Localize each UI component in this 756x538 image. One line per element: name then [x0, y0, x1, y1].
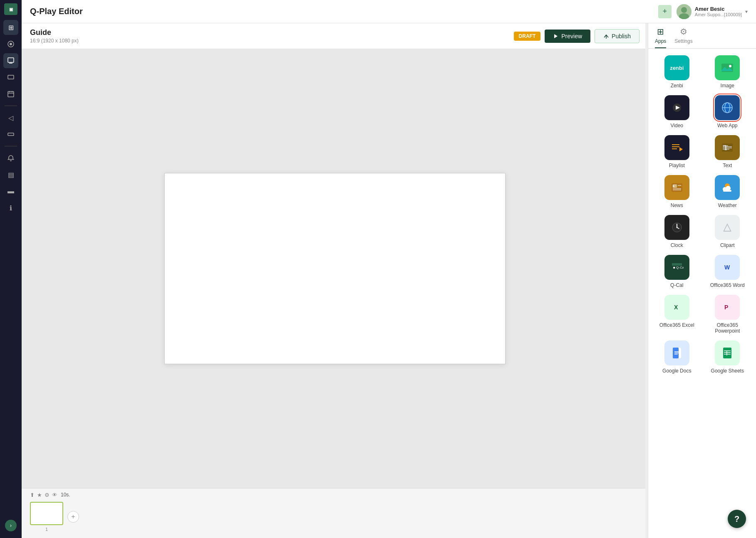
app-item-office365-powerpoint[interactable]: P Office365 Powerpoint	[706, 295, 750, 334]
app-item-clipart[interactable]: Clipart	[706, 215, 750, 248]
svg-rect-63	[674, 351, 679, 352]
svg-rect-65	[674, 354, 678, 355]
app-icon-news: NEWS	[664, 175, 689, 200]
timeline-icon-settings: ⚙	[45, 492, 50, 500]
svg-point-16	[729, 65, 731, 67]
svg-text:P: P	[724, 304, 728, 311]
app-label-qcal: Q-Cal	[670, 282, 683, 288]
app-icon-zenbi: zenbi	[664, 55, 689, 80]
app-label-weather: Weather	[718, 202, 737, 208]
add-button[interactable]: +	[658, 5, 672, 18]
preview-button[interactable]: Preview	[545, 30, 590, 43]
app-label-playlist: Playlist	[669, 163, 685, 168]
app-label-office365-powerpoint: Office365 Powerpoint	[706, 322, 750, 334]
main-content: Q-Play Editor + Amer Besic Amer Suppo...…	[22, 0, 756, 538]
app-item-playlist[interactable]: Playlist	[655, 135, 699, 168]
svg-rect-2	[8, 58, 14, 62]
app-item-google-docs[interactable]: Google Docs	[655, 341, 699, 374]
sidebar-item-dashboard[interactable]: ⊞	[3, 20, 18, 35]
tab-settings-label: Settings	[674, 38, 692, 44]
tab-settings[interactable]: ⚙ Settings	[674, 27, 692, 48]
svg-point-47	[676, 227, 677, 228]
sidebar-item-bell[interactable]	[3, 151, 18, 165]
sidebar-item-media[interactable]	[3, 37, 18, 52]
sidebar-item-schedule[interactable]	[3, 86, 18, 101]
topbar: Q-Play Editor + Amer Besic Amer Suppo...…	[22, 0, 756, 23]
right-panel: ⊞ Apps ⚙ Settings zenbi Zenbi	[648, 23, 756, 538]
app-label-google-sheets: Google Sheets	[711, 368, 744, 374]
app-item-video[interactable]: Video	[655, 95, 699, 128]
svg-rect-29	[723, 145, 726, 146]
svg-rect-23	[672, 144, 679, 145]
sidebar-item-display[interactable]	[3, 70, 18, 85]
app-item-weather[interactable]: Weather	[706, 175, 750, 208]
app-title: Q-Play Editor	[30, 7, 83, 16]
sidebar-expand-button[interactable]: ›	[5, 520, 17, 531]
app-label-text: Text	[723, 163, 732, 168]
timeline-icon-eye: 👁	[52, 492, 57, 500]
app-item-news[interactable]: NEWS News	[655, 175, 699, 208]
app-icon-qcal: ■ Q-Cal	[664, 255, 689, 280]
app-item-text[interactable]: T Text	[706, 135, 750, 168]
app-item-zenbi[interactable]: zenbi Zenbi	[655, 55, 699, 89]
editor-header-top: Guide 16:9 (1920 x 1080 px) DRAFT Previe…	[30, 28, 640, 44]
settings-gear-icon: ⚙	[680, 27, 687, 37]
app-item-office365-excel[interactable]: X Office365 Excel	[655, 295, 699, 334]
svg-rect-67	[724, 350, 731, 351]
svg-point-11	[681, 7, 687, 13]
frame-number-1: 1	[45, 527, 48, 532]
sidebar-item-info[interactable]: ℹ	[3, 200, 18, 215]
app-icon-google-docs	[664, 341, 689, 365]
app-label-news: News	[671, 202, 683, 208]
svg-point-1	[10, 43, 12, 45]
app-label-video: Video	[671, 123, 683, 128]
app-icon-image	[715, 55, 740, 80]
svg-rect-64	[674, 353, 679, 353]
svg-rect-32	[723, 149, 729, 150]
app-item-qcal[interactable]: ■ Q-Cal Q-Cal	[655, 255, 699, 288]
app-item-office365-word[interactable]: W Office365 Word	[706, 255, 750, 288]
sidebar-item-list[interactable]: ▤	[3, 167, 18, 182]
canvas-frame[interactable]	[164, 173, 506, 364]
timeline-icons: ⬆ ★ ⚙ 👁 10s.	[30, 492, 640, 500]
avatar	[677, 4, 692, 19]
sidebar-divider-1	[5, 106, 17, 106]
sidebar-item-ticker[interactable]	[3, 127, 18, 142]
svg-rect-25	[672, 148, 677, 149]
app-item-web-app[interactable]: Web App	[706, 95, 750, 128]
svg-rect-68	[724, 352, 731, 353]
svg-rect-36	[678, 185, 681, 186]
help-button[interactable]: ?	[728, 510, 746, 528]
sidebar-item-rect[interactable]: ▬	[3, 184, 18, 199]
sidebar: ▣ ⊞ ◁ ▤ ▬ ℹ ›	[0, 0, 22, 538]
app-icon-playlist	[664, 135, 689, 160]
svg-rect-66	[723, 348, 731, 358]
app-label-clock: Clock	[671, 242, 683, 248]
sidebar-item-editor[interactable]	[3, 53, 18, 68]
app-label-office365-word: Office365 Word	[710, 282, 745, 288]
user-name: Amer Besic	[695, 6, 742, 12]
user-menu[interactable]: Amer Besic Amer Suppo...[100009] ▾	[677, 4, 748, 19]
svg-text:X: X	[674, 304, 678, 311]
publish-button[interactable]: Publish	[595, 29, 640, 43]
app-item-google-sheets[interactable]: Google Sheets	[706, 341, 750, 374]
tab-apps[interactable]: ⊞ Apps	[655, 27, 666, 48]
app-item-clock[interactable]: Clock	[655, 215, 699, 248]
timeline-frame-1[interactable]	[30, 502, 63, 525]
app-item-image[interactable]: Image	[706, 55, 750, 89]
timeline-icon-star: ★	[37, 492, 42, 500]
svg-rect-30	[723, 146, 732, 147]
svg-rect-37	[673, 188, 681, 189]
app-icon-web-app	[715, 95, 740, 120]
svg-text:■ Q-Cal: ■ Q-Cal	[673, 266, 684, 269]
sidebar-item-share[interactable]: ◁	[3, 110, 18, 125]
draft-badge: DRAFT	[514, 32, 541, 41]
app-icon-office365-word: W	[715, 255, 740, 280]
svg-rect-4	[8, 75, 14, 79]
app-label-office365-excel: Office365 Excel	[659, 322, 694, 328]
app-icon-clock	[664, 215, 689, 240]
editor-area: Guide 16:9 (1920 x 1080 px) DRAFT Previe…	[22, 23, 648, 538]
add-frame-button[interactable]: +	[67, 511, 79, 523]
svg-rect-24	[672, 146, 679, 147]
svg-rect-42	[723, 190, 731, 192]
